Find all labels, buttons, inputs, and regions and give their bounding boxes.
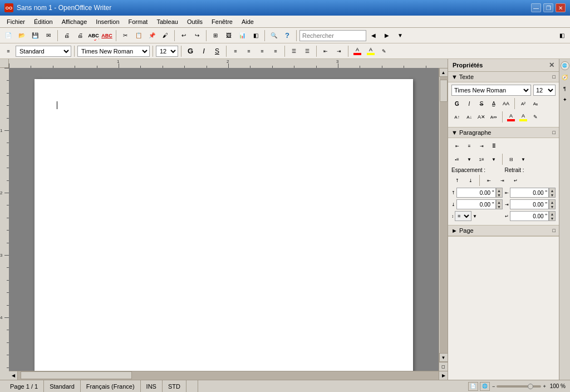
spin-up4[interactable]: ▲ [549,200,555,204]
insert-obj[interactable]: ◧ [249,30,262,42]
hscroll-left[interactable]: ◀ [9,371,18,380]
outdent-button[interactable]: ⇤ [320,45,332,57]
prop-font-color[interactable]: A [505,111,517,122]
para-list-unordered-arrow[interactable]: ▼ [464,154,475,165]
para-align-right[interactable]: ⇥ [476,140,487,151]
menu-affichage[interactable]: Affichage [57,17,92,26]
properties-close[interactable]: ✕ [549,61,554,69]
spin-down3[interactable]: ▼ [497,204,502,209]
redo-button[interactable]: ↪ [191,30,203,42]
spin-down5[interactable]: ▼ [549,216,555,220]
menu-format[interactable]: Format [124,17,153,26]
align-center[interactable]: ≡ [243,45,255,57]
menu-fenetre[interactable]: Fenêtre [207,17,237,26]
save-button[interactable]: 💾 [29,30,41,42]
minimize-button[interactable]: — [531,3,541,12]
menu-tableau[interactable]: Tableau [152,17,183,26]
search-input[interactable] [299,30,366,41]
close-button[interactable]: ✕ [556,3,566,12]
ins-mode[interactable]: INS [141,380,163,392]
font-select[interactable]: Times New Roman [77,46,150,57]
prop-subscript[interactable]: A₂ [530,98,541,109]
linespacing-spinner[interactable]: ▲ ▼ [549,211,556,221]
para-indent-block-arrow[interactable]: ▼ [518,154,529,165]
prop-italic[interactable]: I [464,98,475,109]
paragraphe-section-expand[interactable]: □ [553,130,556,135]
document-page[interactable] [35,79,413,371]
indent-left-icon[interactable]: ⇤ [483,175,494,186]
hscroll-track[interactable] [18,371,439,380]
indent-right-input[interactable] [510,199,549,209]
print-button[interactable]: 🖨 [74,30,86,42]
web-view-btn[interactable]: 🌐 [480,382,490,391]
align-right[interactable]: ≡ [256,45,268,57]
undo-button[interactable]: ↩ [178,30,190,42]
menu-edition[interactable]: Édition [30,17,57,26]
zoom-out-icon[interactable]: − [492,384,495,389]
prop-shadow[interactable]: A̲ [488,98,499,109]
para-list-ordered-arrow[interactable]: ▼ [488,154,499,165]
page-section-expand[interactable]: □ [553,228,556,233]
paragraphe-section-header[interactable]: ▼ Paragraphe □ [448,128,559,138]
spin-down2[interactable]: ▼ [549,193,555,197]
scroll-corner[interactable]: ◻ [439,362,448,371]
scroll-up-button[interactable]: ▲ [439,68,448,77]
spacing-below-spinner[interactable]: ▲ ▼ [496,199,503,209]
search-next[interactable]: ▶ [381,30,393,42]
page-section-header[interactable]: ► Page □ [448,226,559,236]
menu-insertion[interactable]: Insertion [91,17,124,26]
zoom-in-icon[interactable]: + [543,384,546,389]
print-preview[interactable]: 🖨 [61,30,73,42]
spacing-below-input[interactable] [456,199,496,209]
spin-down[interactable]: ▼ [497,193,502,197]
hscroll-thumb[interactable] [21,371,132,379]
prop-highlight2[interactable]: ✎ [530,111,541,122]
menu-aide[interactable]: Aide [237,17,258,26]
scroll-down-button[interactable]: ▼ [439,353,448,362]
page-scroll[interactable] [9,68,439,371]
align-justify[interactable]: ≡ [269,45,282,57]
gallery-icon[interactable]: 🌐 [561,61,569,70]
menu-fichier[interactable]: Fichier [2,17,30,26]
indent-left-spinner[interactable]: ▲ ▼ [549,188,556,198]
prop-uppercase[interactable]: AA [500,98,512,109]
para-align-justify[interactable]: ≣ [488,140,499,151]
prop-size-select[interactable]: 12 [533,85,556,96]
help-button[interactable]: ? [281,30,293,42]
para-align-left[interactable]: ⇤ [451,140,463,151]
spin-up5[interactable]: ▲ [549,212,555,216]
bold-button[interactable]: G [184,45,196,57]
spin-up2[interactable]: ▲ [549,188,555,193]
cut-button[interactable]: ✂ [119,30,131,42]
indent-right-spinner[interactable]: ▲ ▼ [549,199,556,209]
prop-strikethrough[interactable]: S [476,98,487,109]
insert-chart[interactable]: 📊 [236,30,248,42]
linespacing-input[interactable] [510,211,549,221]
para-list-ordered[interactable]: 1≡ [476,154,487,165]
find-button[interactable]: 🔍 [268,30,280,42]
spin-up[interactable]: ▲ [497,188,502,193]
page-view-btn[interactable]: 📄 [468,382,478,391]
spin-up3[interactable]: ▲ [497,200,502,204]
prop-font-size-dec[interactable]: A↓ [464,111,475,122]
effects-icon[interactable]: ✦ [560,95,570,105]
linespacing-select[interactable]: ≡ [455,211,471,221]
indent-left-input[interactable] [510,188,549,198]
size-select[interactable]: 12 [156,46,178,57]
prop-font-size-inc[interactable]: A↑ [451,111,463,122]
prop-highlight[interactable]: A [518,111,529,122]
indent-button[interactable]: ⇥ [333,45,345,57]
italic-button[interactable]: I [198,45,210,57]
scroll-thumb[interactable] [440,80,448,102]
restore-button[interactable]: ❐ [543,3,553,12]
spacing-above-icon[interactable]: ⤒ [451,175,463,186]
menu-outils[interactable]: Outils [183,17,207,26]
hscroll-right[interactable]: ▶ [439,371,448,380]
para-list-unordered[interactable]: •≡ [451,154,463,165]
text-highlight[interactable]: ✎ [378,45,390,57]
texte-section-header[interactable]: ▼ Texte □ [448,72,559,82]
indent-right-icon[interactable]: ⇥ [497,175,508,186]
navigator-icon[interactable]: 🧭 [560,72,570,82]
list-ordered[interactable]: ☰ [301,45,313,57]
underline-button[interactable]: S [211,45,223,57]
